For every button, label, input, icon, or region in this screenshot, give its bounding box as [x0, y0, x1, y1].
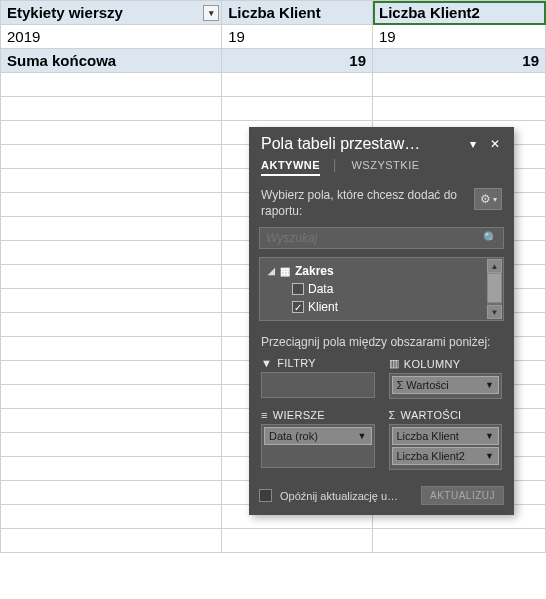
value-cell: 19 [373, 25, 546, 49]
checkbox-klient[interactable] [292, 301, 304, 313]
area-columns-label: KOLUMNY [404, 358, 461, 370]
scroll-thumb[interactable] [487, 273, 502, 303]
pill-liczba-klient[interactable]: Liczba Klient▼ [392, 427, 500, 445]
area-filters: ▼FILTRY [261, 357, 375, 399]
sigma-icon: Σ [389, 409, 396, 421]
pivot-fields-pane[interactable]: Pola tabeli przestaw… ▾ ✕ AKTYWNE │ WSZY… [249, 127, 514, 515]
grand-total-v1: 19 [222, 49, 373, 73]
filter-icon: ▼ [261, 357, 272, 369]
gear-icon: ⚙ [480, 192, 491, 206]
filters-dropzone[interactable] [261, 372, 375, 398]
row-labels-header[interactable]: Etykiety wierszy ▾ [1, 1, 222, 25]
collapse-icon[interactable]: ◢ [266, 266, 276, 276]
table-row[interactable]: 2019 19 19 [1, 25, 546, 49]
field-table-row[interactable]: ◢ ▦ Zakres [264, 262, 501, 280]
search-icon[interactable]: 🔍 [483, 231, 498, 245]
scroll-down-icon[interactable]: ▼ [487, 305, 502, 319]
chevron-down-icon[interactable]: ▼ [485, 431, 494, 441]
update-button[interactable]: AKTUALIZUJ [421, 486, 504, 505]
filter-dropdown-button[interactable]: ▾ [203, 5, 219, 21]
tab-all[interactable]: WSZYSTKIE [351, 159, 419, 176]
grand-total-row[interactable]: Suma końcowa 19 19 [1, 49, 546, 73]
pill-data-rok[interactable]: Data (rok)▼ [264, 427, 372, 445]
rows-dropzone[interactable]: Data (rok)▼ [261, 424, 375, 468]
chevron-down-icon[interactable]: ▼ [485, 380, 494, 390]
row-label-cell: 2019 [1, 25, 222, 49]
defer-update-checkbox[interactable] [259, 489, 272, 502]
row-labels-text: Etykiety wierszy [7, 4, 123, 21]
drag-instruction: Przeciągnij pola między obszarami poniże… [249, 331, 514, 357]
chevron-down-icon: ▾ [493, 195, 497, 204]
area-columns: ▥KOLUMNY Σ Wartości▼ [389, 357, 503, 399]
columns-icon: ▥ [389, 357, 399, 370]
pill-sigma-values[interactable]: Σ Wartości▼ [392, 376, 500, 394]
field-item-label: Data [308, 282, 333, 296]
field-table-name: Zakres [295, 264, 334, 278]
area-filters-label: FILTRY [277, 357, 316, 369]
area-values: ΣWARTOŚCI Liczba Klient▼ Liczba Klient2▼ [389, 409, 503, 470]
pane-title: Pola tabeli przestaw… [261, 135, 460, 153]
grand-total-v2: 19 [373, 49, 546, 73]
col2-header[interactable]: Liczba Klient2 [373, 1, 546, 25]
field-item[interactable]: Data [264, 280, 501, 298]
pane-titlebar[interactable]: Pola tabeli przestaw… ▾ ✕ [249, 127, 514, 157]
defer-update-label: Opóźnij aktualizację u… [280, 490, 413, 502]
fields-list[interactable]: ◢ ▦ Zakres Data Klient ▲ ▼ [259, 257, 504, 321]
rows-icon: ≡ [261, 409, 268, 421]
pill-liczba-klient2[interactable]: Liczba Klient2▼ [392, 447, 500, 465]
checkbox-data[interactable] [292, 283, 304, 295]
chevron-down-icon[interactable]: ▼ [485, 451, 494, 461]
dropdown-icon[interactable]: ▾ [464, 135, 482, 153]
search-input[interactable] [259, 227, 504, 249]
values-dropzone[interactable]: Liczba Klient▼ Liczba Klient2▼ [389, 424, 503, 470]
scroll-up-icon[interactable]: ▲ [487, 259, 502, 273]
choose-fields-label: Wybierz pola, które chcesz dodać do rapo… [261, 188, 468, 219]
close-icon[interactable]: ✕ [486, 135, 504, 153]
area-rows-label: WIERSZE [273, 409, 325, 421]
field-item-label: Klient [308, 300, 338, 314]
grand-total-label: Suma końcowa [1, 49, 222, 73]
area-values-label: WARTOŚCI [401, 409, 462, 421]
tab-active[interactable]: AKTYWNE [261, 159, 320, 176]
value-cell: 19 [222, 25, 373, 49]
pane-tabs: AKTYWNE │ WSZYSTKIE [249, 157, 514, 182]
columns-dropzone[interactable]: Σ Wartości▼ [389, 373, 503, 399]
fields-scrollbar[interactable]: ▲ ▼ [487, 259, 502, 319]
tab-separator: │ [332, 159, 339, 176]
chevron-down-icon[interactable]: ▼ [358, 431, 367, 441]
area-rows: ≡WIERSZE Data (rok)▼ [261, 409, 375, 470]
col1-header[interactable]: Liczba Klient [222, 1, 373, 25]
scroll-track[interactable] [487, 273, 502, 305]
field-item[interactable]: Klient [264, 298, 501, 316]
table-icon: ▦ [280, 265, 290, 278]
tools-button[interactable]: ⚙ ▾ [474, 188, 502, 210]
